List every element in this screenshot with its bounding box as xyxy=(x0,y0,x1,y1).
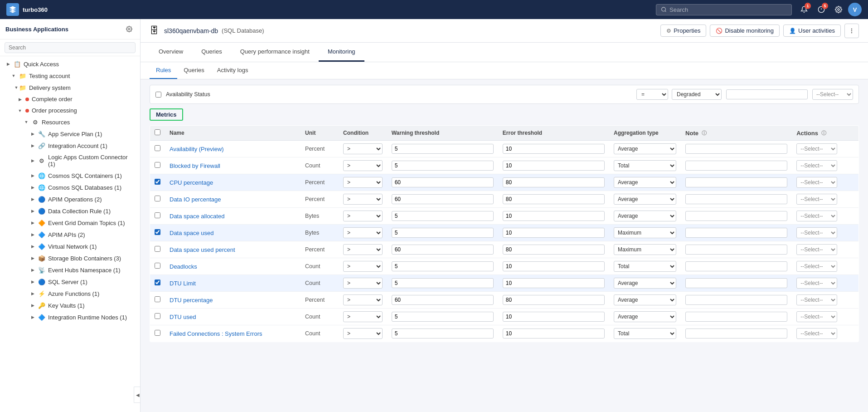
condition-select[interactable]: ><>=<== xyxy=(343,244,383,255)
sidebar-item-cosmos-containers[interactable]: ▶ 🌐 Cosmos SQL Containers (1) xyxy=(0,170,140,181)
metric-name-link[interactable]: Data space allocated xyxy=(170,213,224,220)
error-threshold-input[interactable] xyxy=(503,245,605,255)
note-input[interactable] xyxy=(685,144,787,154)
error-threshold-input[interactable] xyxy=(503,177,605,187)
aggregation-select[interactable]: AverageTotalMaximumMinimumCount xyxy=(614,261,676,272)
actions-info-icon[interactable]: ⓘ xyxy=(821,130,826,137)
settings-button[interactable] xyxy=(831,2,846,17)
row-checkbox[interactable] xyxy=(155,196,160,201)
row-checkbox[interactable] xyxy=(155,212,160,218)
search-bar[interactable] xyxy=(656,4,792,15)
row-checkbox[interactable] xyxy=(155,263,160,269)
availability-note-input[interactable] xyxy=(726,89,808,99)
actions-select[interactable]: --Select--AlertIgnoreNotify xyxy=(796,278,837,289)
error-threshold-input[interactable] xyxy=(503,295,605,305)
tab-queries[interactable]: Queries xyxy=(192,43,231,62)
aggregation-select[interactable]: AverageTotalMaximumMinimumCount xyxy=(614,278,676,289)
row-checkbox[interactable] xyxy=(155,280,160,285)
error-threshold-input[interactable] xyxy=(503,211,605,221)
search-input[interactable] xyxy=(669,6,787,13)
warning-threshold-input[interactable] xyxy=(392,261,494,271)
note-input[interactable] xyxy=(685,245,787,255)
condition-select[interactable]: ><>=<== xyxy=(343,278,383,289)
sidebar-item-integration-runtime[interactable]: ▶ 🔷 Integration Runtime Nodes (1) xyxy=(0,311,140,323)
tab-monitoring[interactable]: Monitoring xyxy=(319,43,364,62)
availability-condition-select[interactable]: = > < xyxy=(636,89,668,100)
warning-threshold-input[interactable] xyxy=(392,228,494,238)
actions-select[interactable]: --Select--AlertIgnoreNotify xyxy=(796,328,837,339)
availability-value-select[interactable]: Degraded Available Unavailable xyxy=(672,89,722,100)
condition-select[interactable]: ><>=<== xyxy=(343,160,383,171)
sidebar-item-storage-blob[interactable]: ▶ 📦 Storage Blob Containers (3) xyxy=(0,252,140,264)
condition-select[interactable]: ><>=<== xyxy=(343,294,383,305)
note-input[interactable] xyxy=(685,177,787,187)
error-threshold-input[interactable] xyxy=(503,228,605,238)
actions-select[interactable]: --Select--AlertIgnoreNotify xyxy=(796,211,837,221)
sidebar-item-delivery-system[interactable]: ▼ 📁 Delivery system xyxy=(0,82,140,93)
sidebar-item-app-service-plan[interactable]: ▶ 🔧 App Service Plan (1) xyxy=(0,128,140,140)
note-input[interactable] xyxy=(685,228,787,238)
sub-tab-queries[interactable]: Queries xyxy=(177,62,211,79)
actions-select[interactable]: --Select--AlertIgnoreNotify xyxy=(796,311,837,322)
sidebar-item-event-hubs[interactable]: ▶ 📡 Event Hubs Namespace (1) xyxy=(0,264,140,276)
actions-select[interactable]: --Select--AlertIgnoreNotify xyxy=(796,143,837,154)
warning-threshold-input[interactable] xyxy=(392,161,494,171)
row-checkbox[interactable] xyxy=(155,229,160,235)
note-input[interactable] xyxy=(685,194,787,204)
actions-select[interactable]: --Select--AlertIgnoreNotify xyxy=(796,244,837,255)
select-all-checkbox[interactable] xyxy=(155,129,160,135)
error-threshold-input[interactable] xyxy=(503,329,605,338)
row-checkbox[interactable] xyxy=(155,162,160,168)
row-checkbox[interactable] xyxy=(155,313,160,319)
sidebar-item-apim-operations[interactable]: ▶ 🔵 APIM Operations (2) xyxy=(0,193,140,205)
row-checkbox[interactable] xyxy=(155,330,160,336)
note-input[interactable] xyxy=(685,295,787,305)
error-threshold-input[interactable] xyxy=(503,194,605,204)
error-threshold-input[interactable] xyxy=(503,312,605,322)
condition-select[interactable]: ><>=<== xyxy=(343,143,383,154)
notifications-bell-1-button[interactable]: 1 xyxy=(796,2,812,17)
actions-select[interactable]: --Select--AlertIgnoreNotify xyxy=(796,261,837,272)
metric-name-link[interactable]: DTU used xyxy=(170,314,196,320)
note-input[interactable] xyxy=(685,261,787,271)
aggregation-select[interactable]: AverageTotalMaximumMinimumCount xyxy=(614,294,676,305)
warning-threshold-input[interactable] xyxy=(392,245,494,255)
metric-name-link[interactable]: Data space used xyxy=(170,230,214,236)
sidebar-item-data-collection-rule[interactable]: ▶ 🔵 Data Collection Rule (1) xyxy=(0,205,140,217)
sidebar-settings-button[interactable] xyxy=(124,24,135,34)
sidebar-item-azure-functions[interactable]: ▶ ⚡ Azure Functions (1) xyxy=(0,288,140,299)
note-input[interactable] xyxy=(685,211,787,221)
metric-name-link[interactable]: Data space used percent xyxy=(170,246,235,253)
aggregation-select[interactable]: AverageTotalMaximumMinimumCount xyxy=(614,227,676,238)
error-threshold-input[interactable] xyxy=(503,161,605,171)
warning-threshold-input[interactable] xyxy=(392,329,494,338)
condition-select[interactable]: ><>=<== xyxy=(343,177,383,188)
actions-select[interactable]: --Select--AlertIgnoreNotify xyxy=(796,160,837,171)
tab-query-performance[interactable]: Query performance insight xyxy=(231,43,319,62)
actions-select[interactable]: --Select--AlertIgnoreNotify xyxy=(796,227,837,238)
metric-name-link[interactable]: Availability (Preview) xyxy=(170,146,224,152)
warning-threshold-input[interactable] xyxy=(392,295,494,305)
sidebar-item-cosmos-databases[interactable]: ▶ 🌐 Cosmos SQL Databases (1) xyxy=(0,181,140,193)
condition-select[interactable]: ><>=<== xyxy=(343,227,383,238)
condition-select[interactable]: ><>=<== xyxy=(343,211,383,221)
app-logo[interactable]: turbo360 xyxy=(6,3,48,16)
disable-monitoring-button[interactable]: 🚫 Disable monitoring xyxy=(710,25,780,37)
aggregation-select[interactable]: AverageTotalMaximumMinimumCount xyxy=(614,160,676,171)
availability-status-checkbox[interactable] xyxy=(155,92,161,98)
properties-button[interactable]: ⚙ Properties xyxy=(660,25,706,37)
sidebar-collapse-button[interactable]: ◀ xyxy=(134,387,141,403)
sub-tab-rules[interactable]: Rules xyxy=(150,62,177,79)
aggregation-select[interactable]: AverageTotalMaximumMinimumCount xyxy=(614,211,676,221)
warning-threshold-input[interactable] xyxy=(392,177,494,187)
user-avatar-button[interactable]: V xyxy=(848,3,862,16)
metric-name-link[interactable]: Failed Connections : System Errors xyxy=(170,330,262,337)
sidebar-item-key-vaults[interactable]: ▶ 🔑 Key Vaults (1) xyxy=(0,299,140,311)
actions-select[interactable]: --Select--AlertIgnoreNotify xyxy=(796,177,837,188)
warning-threshold-input[interactable] xyxy=(392,211,494,221)
row-checkbox[interactable] xyxy=(155,246,160,252)
tab-overview[interactable]: Overview xyxy=(150,43,192,62)
aggregation-select[interactable]: AverageTotalMaximumMinimumCount xyxy=(614,311,676,322)
aggregation-select[interactable]: AverageTotalMaximumMinimumCount xyxy=(614,244,676,255)
aggregation-select[interactable]: AverageTotalMaximumMinimumCount xyxy=(614,143,676,154)
